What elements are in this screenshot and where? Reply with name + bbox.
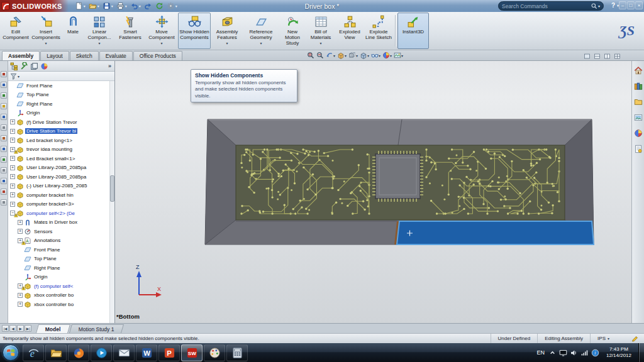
minimize-button[interactable]: – [619,1,626,9]
tree-item[interactable]: Origin [8,109,109,118]
expand-toggle[interactable]: + [10,202,15,207]
calculator-taskbar-button[interactable] [226,344,248,361]
tree-item[interactable]: +trevor idea mounting [8,145,109,155]
viewport-split-vertical-button[interactable] [603,52,611,60]
open-dropdown-icon[interactable]: ▾ [97,4,99,8]
windows-explorer-taskbar-button[interactable] [45,344,67,361]
clock[interactable]: 7:43 PM 12/14/2012 [602,346,636,359]
appearances-scenes-button[interactable] [633,128,643,138]
search-box[interactable]: ▾ [498,1,604,11]
tree-item[interactable]: +Led Bracket small<1> [8,154,109,163]
left-toolbar-button[interactable] [1,135,7,141]
save-dropdown-icon[interactable]: ▾ [111,4,113,8]
expand-toggle[interactable]: + [10,174,15,179]
start-button[interactable] [3,344,19,361]
tree-item[interactable]: +xbox controller bo [8,300,109,309]
tab-evaluate[interactable]: Evaluate [99,51,133,60]
tab-nav-button-2[interactable]: ▶ [17,325,24,332]
search-dropdown-icon[interactable]: ▾ [598,4,600,8]
expand-toggle[interactable]: + [10,156,15,161]
selected-face[interactable] [397,221,594,244]
zoom-fit-button[interactable] [306,51,315,60]
tree-item[interactable]: +computer bracket hin [8,190,109,200]
tab-office-products[interactable]: Office Products [133,51,182,60]
tree-scrollbar[interactable] [109,81,114,323]
units-selector[interactable]: IPS ▾ [590,334,616,343]
view-palette-button[interactable] [633,112,643,123]
expand-toggle[interactable]: + [18,293,23,298]
instant3d-button[interactable]: Instant3D [397,13,429,49]
expand-toggle[interactable]: + [10,129,15,134]
help-button[interactable]: ? [611,2,615,9]
edit-component-button[interactable]: Edit Component [2,13,30,49]
firefox-taskbar-button[interactable] [68,344,89,361]
hide-show-items-button[interactable]: ▾ [370,51,381,60]
show-hidden-components-button[interactable]: Show Hidden Components [178,13,211,49]
internet-explorer-taskbar-button[interactable]: e [23,344,44,361]
left-toolbar-button[interactable] [1,178,7,184]
network-tray-icon[interactable] [580,349,589,357]
new-motion-study-button[interactable]: New Motion Study [279,13,306,49]
reference-geometry-button[interactable]: Reference Geometry▾ [243,13,279,49]
language-indicator[interactable]: EN [535,349,546,356]
left-toolbar-button[interactable] [1,82,7,88]
open-button[interactable]: ▾ [87,1,101,11]
undo-button[interactable]: ▾ [129,1,142,11]
left-toolbar-button[interactable] [1,92,7,99]
solidworks-resources-button[interactable] [633,65,643,75]
show-desktop-button[interactable] [638,343,644,362]
tree-item[interactable]: +Mates in Driver box [8,218,109,228]
tree-item[interactable]: +Sensors [8,227,109,236]
tree-item[interactable]: +(f) Drive Station Trevor [8,118,109,127]
assembly-features-button[interactable]: Assembly Features▾ [211,13,243,49]
edit-appearance-button[interactable]: ▾ [382,51,392,60]
display-style-button[interactable]: ▾ [359,51,370,60]
display-tray-icon[interactable] [559,349,567,357]
left-toolbar-button[interactable] [1,167,7,173]
action-center-tray-icon[interactable]: i [591,349,599,357]
mate-button[interactable]: Mate [62,13,84,49]
maximize-button[interactable]: □ [627,1,635,9]
tree-item[interactable]: Right Plane [8,263,109,273]
tree-item[interactable]: Front Plane [8,245,109,255]
media-player-taskbar-button[interactable] [91,344,112,361]
configurationmanager-tab[interactable] [30,62,38,70]
close-button[interactable]: × [635,1,643,9]
custom-properties-button[interactable] [633,143,643,154]
tree-item[interactable]: +(-) User Library-2085_2085 [8,182,109,191]
hidden-icons-chevron-icon[interactable] [548,349,557,357]
expand-toggle[interactable]: + [10,192,15,197]
tree-item[interactable]: +User Library-2085_2085pa [8,163,109,173]
powerpoint-taskbar-button[interactable]: P [158,344,180,361]
new-document-dropdown-icon[interactable]: ▾ [84,4,86,8]
smart-fasteners-button[interactable]: Smart Fasteners [115,13,145,49]
print-dropdown-icon[interactable]: ▾ [125,4,127,8]
filter-icon[interactable] [10,73,17,80]
paint-taskbar-button[interactable] [204,344,225,361]
expand-toggle[interactable]: + [10,138,15,143]
expand-toggle[interactable]: + [18,229,23,234]
tree-item[interactable]: Front Plane [8,81,109,90]
viewport-four-view-button[interactable] [613,52,621,60]
expand-toggle[interactable]: + [18,220,23,225]
expand-toggle[interactable]: + [10,119,15,124]
redo-button[interactable] [143,1,153,11]
viewport-single-button[interactable] [583,52,591,60]
new-document-button[interactable]: ▾ [74,1,87,11]
viewport-split-horizontal-button[interactable] [593,52,601,60]
undo-dropdown-icon[interactable]: ▾ [139,4,141,8]
options-dropdown-icon[interactable]: ▾ [175,4,177,8]
featuremanager-tab[interactable] [10,62,18,70]
tab-assembly[interactable]: Assembly [2,51,40,60]
solidworks-taskbar-button[interactable]: SW [181,344,203,361]
tree-item[interactable]: +AAnnotations [8,236,109,246]
tree-item[interactable]: Right Plane [8,99,109,109]
tab-layout[interactable]: Layout [40,51,69,60]
displaymanager-tab[interactable] [40,62,48,70]
left-toolbar-button[interactable] [1,103,7,109]
previous-view-button[interactable]: ▾ [325,51,336,60]
tree-item[interactable]: Top Plane [8,255,109,264]
tree-item[interactable]: +Led bracket long<1> [8,136,109,145]
left-toolbar-button[interactable] [1,156,7,163]
panel-expand-chevron[interactable]: » [108,63,113,69]
